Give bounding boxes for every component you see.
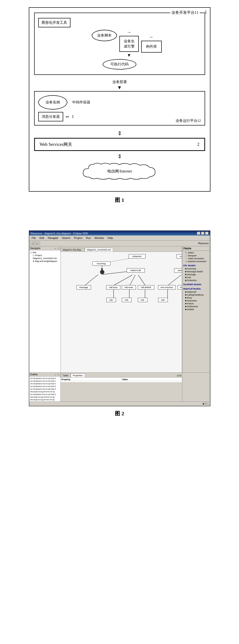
palette-busy[interactable]: ■ Busy (183, 296, 209, 299)
navigator-header-buttons: ─ □ (54, 247, 60, 250)
cloud-shape: 电信网/Internet (71, 162, 168, 182)
select-icon: ↖ (185, 252, 187, 254)
diagram-connections-svg (61, 252, 182, 372)
palette-callingpartybusy[interactable]: ■ CallingPartyBusy (183, 294, 209, 296)
outline-content: um.etf.params.xml.ns.cpl.impl.S um.etf.p… (29, 376, 60, 402)
outline-item-2: um.etf.params.xml.ns.cpl.impl.h (30, 380, 60, 382)
navigator-tab-label[interactable]: Navigator (30, 247, 41, 250)
node-sendsms[interactable]: sendSMS (174, 268, 182, 272)
navigator-panel: Navigator ─ □ ▷ test ▷ Project diagram1_… (29, 246, 61, 372)
minimize-button[interactable]: ─ (197, 232, 200, 235)
node-message[interactable]: message (76, 285, 91, 290)
menu-run[interactable]: Run (85, 236, 92, 240)
palette-sendsms-header[interactable]: SendSMS Models (183, 283, 209, 286)
palette-marquee[interactable]: ⬚ Marquee (183, 254, 209, 257)
cloud-arrow: ⇕ (34, 153, 205, 160)
node-sub4[interactable]: sub (158, 298, 168, 302)
outline-item-3: um.etf.params.xml.ns.cpl.impl.h (30, 382, 60, 385)
node-incoming[interactable]: Incoming (92, 262, 110, 266)
palette-dashed-conn[interactable]: ⇢ Dashed connection (183, 260, 209, 263)
node-calldefault[interactable]: call.default (138, 285, 154, 290)
node-smssuccess[interactable]: sms.success (158, 285, 176, 290)
menu-edit[interactable]: Edit (38, 236, 45, 240)
svg-line-5 (130, 275, 135, 285)
palette-failure[interactable]: ■ Failure (183, 302, 209, 305)
statusbar-text: ◑ ⓘ □ (202, 402, 209, 405)
toolbar-forward-button[interactable]: ▷ (36, 242, 40, 245)
navigator-content: ▷ test ▷ Project diagram1_converted.xml … (29, 250, 60, 372)
editor-tab-diagram-xml[interactable]: diagram1_converted.xml (85, 248, 113, 252)
node-smsfailure[interactable]: sms.failure (178, 285, 182, 290)
palette-message[interactable]: ■ Message (183, 273, 209, 276)
page-container: 1 业务开发平台11 图形化开发工具 业务脚本 → 业务生成引擎 ▼ (0, 0, 239, 644)
menu-window[interactable]: Window (93, 236, 105, 240)
svg-line-6 (138, 275, 145, 285)
node-start (100, 270, 104, 274)
diagram-canvas: Incoming subaction sub... makeACall send… (61, 252, 182, 372)
palette-solid-conn[interactable]: → Solid connection (183, 257, 209, 260)
outline-item-7: um.etf.params.xml.ns.cpl.impl.S (30, 393, 60, 396)
palette-section-tools: ↖ Select ⬚ Marquee → Solid connection ⇢ … (182, 251, 210, 263)
middleware-container-label: 中间件容器 (72, 100, 90, 105)
maximize-button[interactable]: □ (201, 232, 204, 235)
executable-code-box: 可执行代码 (103, 59, 136, 70)
palette-section-makecall: MakeCall Models ■ MakeCall ■ CallingPart… (182, 287, 210, 311)
props-property-col: Property (61, 378, 122, 382)
toolbar-back-button[interactable]: ◁ (30, 242, 35, 245)
palette-makecall[interactable]: ■ MakeCall (183, 290, 209, 294)
palette-subaction[interactable]: ■ Subaction (183, 279, 209, 282)
node-sub-top[interactable]: sub... (177, 254, 182, 258)
eclipse-toolbar: ◁ ▷ Resource (29, 240, 210, 246)
node-subaction1[interactable]: subaction (129, 254, 146, 258)
outline-minimize-btn[interactable]: ─ (54, 373, 57, 376)
palette-redirection[interactable]: ■ Redirection (183, 305, 209, 308)
deploy-label: 业务部署 (112, 80, 127, 84)
dashed-conn-icon: ⇢ (185, 260, 187, 263)
palette-incoming[interactable]: ■ Incoming (183, 267, 209, 270)
navigator-maximize-btn[interactable]: □ (57, 247, 59, 250)
eclipse-statusbar: ◑ ⓘ □ (29, 402, 210, 406)
dev-top-row: 图形化开发工具 (38, 17, 201, 28)
palette-sub[interactable]: ■ Sub (183, 276, 209, 279)
menu-navigate[interactable]: Navigate (46, 236, 59, 240)
bottom-panel-buttons: ⊡ ⊟ (177, 374, 182, 377)
close-button[interactable]: ✕ (205, 232, 209, 235)
outline-item-4: um.etf.params.xml.ns.cpl.impl.S (30, 385, 60, 388)
biz-dev-platform-label: 业务开发平台11 (170, 10, 200, 15)
nav-project[interactable]: ▷ Project (30, 254, 60, 257)
menu-search[interactable]: Search (61, 236, 72, 240)
menu-project[interactable]: Project (73, 236, 83, 240)
biz-dev-platform: 业务开发平台11 图形化开发工具 业务脚本 → 业务生成引擎 ▼ ← 构件库 (34, 12, 205, 75)
node-sub1[interactable]: sub (106, 298, 116, 302)
node-callnoan[interactable]: call.noan (122, 285, 136, 290)
biz-engine-box: 业务生成引擎 (119, 36, 139, 52)
tab-properties[interactable]: Properties (71, 374, 85, 377)
nav-diag-singlediagram[interactable]: ● diag.and.singlediagram (30, 260, 60, 263)
node-callbusy[interactable]: call.busy (106, 285, 120, 290)
menu-help[interactable]: Help (106, 236, 114, 240)
run-inner: 业务实例 中间件容器 (38, 95, 201, 110)
editor-tab-diagram[interactable]: diagram1.chp.diag... (61, 248, 85, 252)
outline-item-6: edu.bupt.sil.cng.service.sre.ap (30, 390, 60, 393)
node-sub2[interactable]: sub (122, 298, 131, 302)
nav-diagram-converted[interactable]: diagram1_converted.xml (30, 257, 60, 260)
outline-maximize-btn[interactable]: □ (57, 373, 59, 376)
palette-default[interactable]: ■ Default (183, 308, 209, 311)
tab-tasks[interactable]: Tasks (61, 374, 71, 377)
palette-cpl-header[interactable]: CPL Models (183, 264, 209, 267)
navigator-minimize-btn[interactable]: ─ (54, 247, 57, 250)
palette-select[interactable]: ↖ Select (183, 251, 209, 254)
outline-panel: Outline ─ □ um.etf.params.xml.ns.cpl.imp… (29, 373, 61, 402)
navigator-panel-header: Navigator ─ □ (29, 246, 60, 250)
bottom-right-panel (182, 373, 210, 402)
palette-noanswer[interactable]: ■ Noanswer (183, 299, 209, 302)
menu-file[interactable]: File (30, 236, 37, 240)
node-makecall[interactable]: makeACall (127, 268, 145, 272)
node-sub3[interactable]: sub (138, 298, 147, 302)
nav-root[interactable]: ▷ test (30, 251, 60, 254)
outline-item-1: um.etf.params.xml.ns.cpl.impl.S (30, 377, 60, 380)
palette-makecall-header[interactable]: MakeCall Models (183, 287, 209, 290)
palette-message-switch[interactable]: ■ Message-Switch (183, 270, 209, 273)
outline-tab-label[interactable]: Outline (30, 373, 38, 376)
gateway-arrows: ⇕ (34, 130, 205, 137)
